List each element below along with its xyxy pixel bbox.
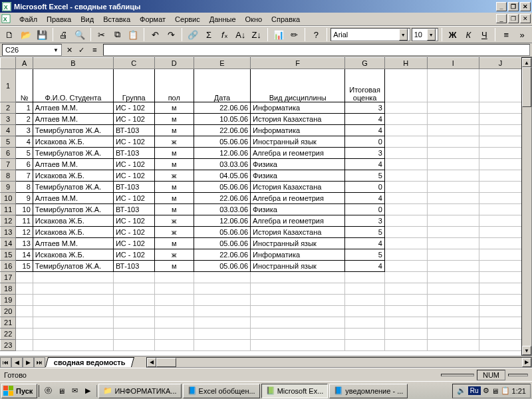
cell[interactable]: Физика: [251, 170, 345, 182]
row-header[interactable]: 17: [1, 272, 16, 283]
minimize-button[interactable]: _: [496, 2, 507, 11]
ie-icon[interactable]: ⓔ: [42, 385, 54, 397]
cell[interactable]: 0: [345, 204, 384, 215]
row-header[interactable]: 19: [1, 295, 16, 306]
cell[interactable]: История Казахстана: [251, 114, 345, 125]
cell[interactable]: [345, 317, 384, 329]
cell[interactable]: [384, 295, 427, 306]
cell[interactable]: ВТ-103: [113, 125, 154, 136]
tab-nav-last-icon[interactable]: ⏭: [34, 357, 45, 368]
cell[interactable]: Алгебра и геометрия: [251, 148, 345, 159]
cell[interactable]: Физика: [251, 159, 345, 170]
cell[interactable]: Темирбулатов Ж.А.: [33, 261, 113, 272]
cell[interactable]: м: [154, 193, 194, 204]
cell[interactable]: [345, 295, 384, 306]
doc-minimize-button[interactable]: _: [496, 14, 507, 23]
cell[interactable]: 0: [345, 182, 384, 193]
cell[interactable]: ИС - 102: [113, 215, 154, 227]
cell[interactable]: [194, 340, 251, 351]
paste-icon[interactable]: 📋: [126, 27, 140, 42]
row-header[interactable]: 1: [1, 69, 16, 102]
row-header[interactable]: 13: [1, 227, 16, 238]
cell[interactable]: 3: [345, 215, 384, 227]
cell[interactable]: Алтаев М.М.: [33, 159, 113, 170]
cell[interactable]: [33, 340, 113, 351]
underline-icon[interactable]: Ч: [477, 27, 491, 42]
cell[interactable]: [33, 317, 113, 329]
cell[interactable]: [33, 272, 113, 283]
col-header[interactable]: D: [154, 58, 194, 69]
tray-icon[interactable]: 🔊: [457, 386, 466, 395]
cell[interactable]: ИС - 102: [113, 170, 154, 182]
row-header[interactable]: 16: [1, 261, 16, 272]
cell[interactable]: 1: [16, 102, 33, 114]
cell[interactable]: Алтаев М.М.: [33, 114, 113, 125]
cell[interactable]: 4: [345, 114, 384, 125]
function-icon[interactable]: fₓ: [217, 27, 232, 42]
cell[interactable]: [427, 295, 479, 306]
cell[interactable]: [384, 306, 427, 317]
col-header[interactable]: E: [194, 58, 251, 69]
cell[interactable]: 4: [16, 136, 33, 148]
cell[interactable]: Иностранный язык: [251, 238, 345, 249]
cell[interactable]: ИС - 102: [113, 249, 154, 261]
cell[interactable]: [479, 283, 522, 295]
align-left-icon[interactable]: ≡: [499, 27, 513, 42]
cell[interactable]: ИС - 102: [113, 136, 154, 148]
scroll-thumb[interactable]: [156, 358, 176, 367]
cell[interactable]: [479, 317, 522, 329]
cell[interactable]: [154, 283, 194, 295]
cell[interactable]: [427, 340, 479, 351]
cell[interactable]: 12: [16, 227, 33, 238]
row-header[interactable]: 4: [1, 125, 16, 136]
tray-icon[interactable]: ⚙: [483, 386, 489, 395]
cell[interactable]: №: [16, 69, 33, 102]
cell[interactable]: ж: [154, 215, 194, 227]
help-icon[interactable]: ?: [309, 27, 323, 42]
cell[interactable]: ВТ-103: [113, 148, 154, 159]
cell[interactable]: ИС - 102: [113, 114, 154, 125]
cell[interactable]: 12.06.06: [194, 148, 251, 159]
spreadsheet-grid[interactable]: A B C D E F G H I J 1№Ф.И.О. СтудентаГру…: [0, 57, 522, 351]
doc-close-button[interactable]: ✕: [520, 14, 531, 23]
cell[interactable]: [16, 295, 33, 306]
cell[interactable]: [154, 329, 194, 340]
cell[interactable]: [113, 329, 154, 340]
cell[interactable]: [251, 317, 345, 329]
vertical-scrollbar[interactable]: ▲ ▼: [521, 57, 532, 356]
tab-nav-next-icon[interactable]: ▶: [23, 357, 34, 368]
cell[interactable]: 5: [16, 148, 33, 159]
cell[interactable]: [16, 340, 33, 351]
scroll-thumb[interactable]: [522, 67, 531, 107]
col-header[interactable]: I: [427, 58, 479, 69]
sheet-area[interactable]: A B C D E F G H I J 1№Ф.И.О. СтудентаГру…: [0, 57, 532, 356]
cell[interactable]: [16, 306, 33, 317]
row-header[interactable]: 23: [1, 340, 16, 351]
cell[interactable]: [194, 317, 251, 329]
cell[interactable]: 4: [345, 159, 384, 170]
cell[interactable]: [113, 306, 154, 317]
cell[interactable]: Вид дисциплины: [251, 69, 345, 102]
cell[interactable]: 10: [16, 204, 33, 215]
menu-insert[interactable]: Вставка: [98, 14, 135, 25]
cell[interactable]: м: [154, 114, 194, 125]
cell[interactable]: 4: [345, 125, 384, 136]
preview-icon[interactable]: 🔍: [72, 27, 87, 42]
cell[interactable]: Искакова Ж.Б.: [33, 170, 113, 182]
col-header[interactable]: H: [384, 58, 427, 69]
cell[interactable]: ж: [154, 170, 194, 182]
cell[interactable]: [33, 295, 113, 306]
cell[interactable]: [154, 340, 194, 351]
cell[interactable]: [33, 283, 113, 295]
cell[interactable]: [345, 329, 384, 340]
scroll-left-icon[interactable]: ◀: [147, 358, 156, 367]
cell[interactable]: Информатика: [251, 249, 345, 261]
cell[interactable]: [479, 306, 522, 317]
cell[interactable]: [251, 295, 345, 306]
cell[interactable]: 7: [16, 170, 33, 182]
app-icon[interactable]: ▶: [82, 385, 94, 397]
cell[interactable]: ВТ-103: [113, 182, 154, 193]
maximize-button[interactable]: ❐: [508, 2, 519, 11]
cell[interactable]: 5: [345, 227, 384, 238]
tray-icon[interactable]: 🖥: [491, 387, 499, 395]
